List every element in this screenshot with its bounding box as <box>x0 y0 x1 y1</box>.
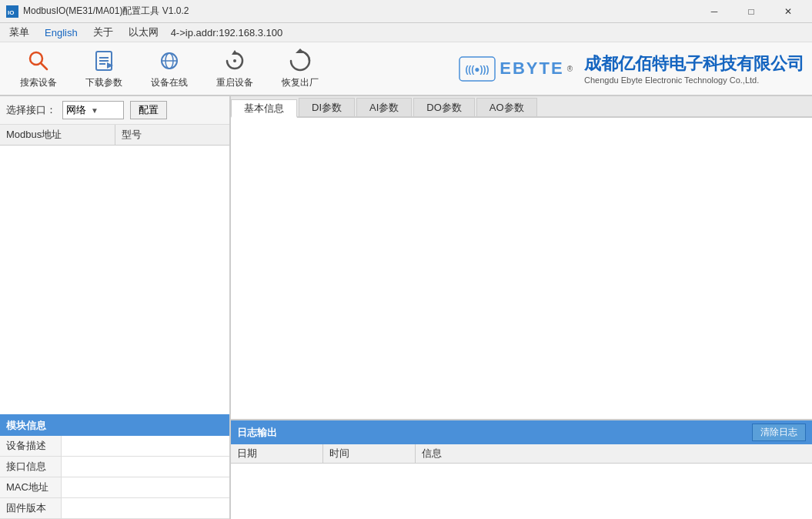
tab-ai-label: AI参数 <box>369 101 399 115</box>
firmware-value <box>62 498 229 518</box>
tab-basic[interactable]: 基本信息 <box>231 99 297 118</box>
device-online-button[interactable]: 设备在线 <box>139 45 200 92</box>
tab-di[interactable]: DI参数 <box>299 98 355 116</box>
device-desc-label: 设备描述 <box>0 436 62 456</box>
log-header: 日志输出 清除日志 <box>231 420 812 444</box>
port-select-row: 选择接口： 网络 ▼ 配置 <box>0 96 229 125</box>
window-controls: ─ □ ✕ <box>697 0 806 23</box>
download-params-label: 下载参数 <box>85 76 122 89</box>
menu-about[interactable]: 关于 <box>90 24 116 41</box>
tab-basic-label: 基本信息 <box>244 102 284 116</box>
device-desc-value <box>62 436 229 456</box>
ip-address: 4->ip.addr:192.168.3.100 <box>171 27 283 39</box>
col-model: 型号 <box>115 125 230 145</box>
firmware-label: 固件版本 <box>0 498 62 518</box>
search-icon <box>26 49 51 73</box>
title-bar: IO ModbusIO(ME31/MA01)配置工具 V1.0.2 ─ □ ✕ <box>0 0 812 23</box>
factory-reset-label: 恢复出厂 <box>282 76 319 89</box>
factory-reset-button[interactable]: 恢复出厂 <box>269 45 331 92</box>
search-device-button[interactable]: 搜索设备 <box>8 45 69 92</box>
log-header-title: 日志输出 <box>237 426 277 440</box>
menu-ethernet[interactable]: 以太网 <box>125 24 162 41</box>
log-panel: 日志输出 清除日志 日期 时间 信息 <box>231 420 812 519</box>
company-name-cn: 成都亿佰特电子科技有限公司 <box>584 52 804 75</box>
log-section: 日志输出 清除日志 日期 时间 信息 <box>231 419 812 519</box>
main-container: 选择接口： 网络 ▼ 配置 Modbus地址 型号 模块信息 设备描述 接口信息 <box>0 96 812 519</box>
log-table-header: 日期 时间 信息 <box>231 444 812 464</box>
log-col-date: 日期 <box>231 444 323 463</box>
device-list: Modbus地址 型号 <box>0 125 229 414</box>
restart-icon <box>222 49 247 73</box>
company-logo: (((●))) EBYTE ® 成都亿佰特电子科技有限公司 Chengdu Eb… <box>458 52 804 85</box>
port-dropdown-value: 网络 <box>66 103 86 117</box>
svg-marker-12 <box>232 50 238 55</box>
tab-content-area <box>231 118 812 419</box>
right-panel: 基本信息 DI参数 AI参数 DO参数 AO参数 日志输出 清除日志 <box>231 96 812 519</box>
company-name-en: Chengdu Ebyte Electronic Technology Co.,… <box>584 75 804 85</box>
tab-ao[interactable]: AO参数 <box>476 98 537 116</box>
ebyte-logo: (((●))) EBYTE ® <box>458 55 573 82</box>
search-device-label: 搜索设备 <box>20 76 57 89</box>
log-body <box>231 464 812 519</box>
col-modbus-address: Modbus地址 <box>0 125 115 145</box>
interface-info-value <box>62 457 229 477</box>
menu-bar: 菜单 English 关于 以太网 4->ip.addr:192.168.3.1… <box>0 23 812 42</box>
factory-icon <box>288 49 312 73</box>
signal-icon: (((●))) <box>458 55 496 82</box>
svg-line-3 <box>41 63 47 69</box>
module-info-row-interface: 接口信息 <box>0 457 229 477</box>
module-info-row-firmware: 固件版本 <box>0 498 229 519</box>
svg-marker-14 <box>296 49 305 53</box>
left-panel: 选择接口： 网络 ▼ 配置 Modbus地址 型号 模块信息 设备描述 接口信息 <box>0 96 231 519</box>
tab-ai[interactable]: AI参数 <box>356 98 412 116</box>
port-label: 选择接口： <box>6 103 56 117</box>
download-icon <box>92 49 116 73</box>
dropdown-arrow-icon: ▼ <box>91 106 99 115</box>
tab-do-label: DO参数 <box>426 101 462 115</box>
restart-device-button[interactable]: 重启设备 <box>204 45 266 92</box>
online-icon <box>157 49 182 73</box>
toolbar: 搜索设备 下载参数 设备在线 <box>0 42 812 96</box>
module-info-header: 模块信息 <box>0 416 229 436</box>
log-col-info: 信息 <box>416 444 812 463</box>
app-icon: IO <box>6 5 18 18</box>
tab-do[interactable]: DO参数 <box>413 98 475 116</box>
module-info-section: 模块信息 设备描述 接口信息 MAC地址 固件版本 <box>0 414 229 519</box>
device-online-label: 设备在线 <box>151 76 188 89</box>
mac-address-value <box>62 477 229 497</box>
mac-address-label: MAC地址 <box>0 477 62 497</box>
maximize-button[interactable]: □ <box>733 0 769 23</box>
svg-text:IO: IO <box>8 9 14 16</box>
menu-english[interactable]: English <box>42 25 81 40</box>
log-col-time: 时间 <box>323 444 416 463</box>
close-button[interactable]: ✕ <box>770 0 806 23</box>
tabs-bar: 基本信息 DI参数 AI参数 DO参数 AO参数 <box>231 96 812 118</box>
download-params-button[interactable]: 下载参数 <box>73 45 135 92</box>
module-info-row-desc: 设备描述 <box>0 436 229 457</box>
company-name-block: 成都亿佰特电子科技有限公司 Chengdu Ebyte Electronic T… <box>584 52 804 85</box>
svg-point-13 <box>233 59 236 62</box>
device-list-header: Modbus地址 型号 <box>0 125 229 146</box>
svg-text:(((●))): (((●))) <box>466 64 490 75</box>
menu-file[interactable]: 菜单 <box>6 24 32 41</box>
interface-info-label: 接口信息 <box>0 457 62 477</box>
config-button[interactable]: 配置 <box>130 101 167 119</box>
module-info-row-mac: MAC地址 <box>0 477 229 498</box>
window-title: ModbusIO(ME31/MA01)配置工具 V1.0.2 <box>23 5 189 18</box>
tab-di-label: DI参数 <box>312 101 342 115</box>
clear-log-button[interactable]: 清除日志 <box>752 424 806 441</box>
port-dropdown[interactable]: 网络 ▼ <box>62 101 124 119</box>
minimize-button[interactable]: ─ <box>697 0 732 23</box>
restart-device-label: 重启设备 <box>216 76 253 89</box>
registered-mark: ® <box>567 65 573 73</box>
tab-ao-label: AO参数 <box>490 101 524 115</box>
